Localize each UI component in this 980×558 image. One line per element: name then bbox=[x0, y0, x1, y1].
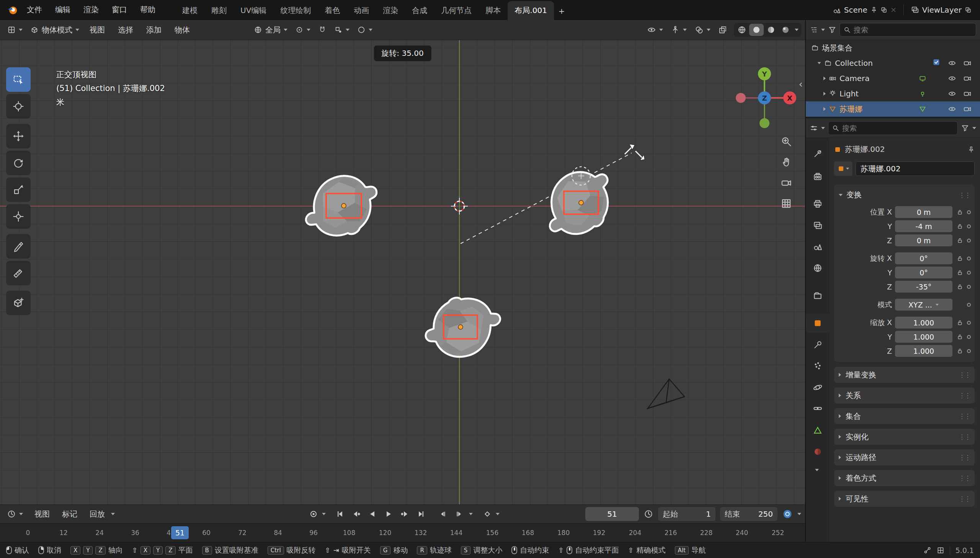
xray-toggle[interactable] bbox=[715, 23, 731, 37]
current-frame-field[interactable]: 51 bbox=[585, 507, 639, 521]
pan-hand-icon[interactable] bbox=[781, 156, 792, 168]
camera-view-icon[interactable] bbox=[781, 177, 792, 189]
network-icon[interactable] bbox=[924, 547, 931, 554]
scale-z-field[interactable]: 1.000 bbox=[895, 345, 952, 357]
expand-chevron-icon[interactable] bbox=[824, 77, 826, 80]
eye-icon[interactable] bbox=[948, 90, 956, 98]
tab-material-icon[interactable] bbox=[806, 442, 830, 461]
expand-chevron-icon[interactable] bbox=[818, 62, 821, 64]
prev-keyframe-button[interactable] bbox=[349, 507, 364, 521]
eye-icon[interactable] bbox=[948, 74, 956, 83]
tab-tool-icon[interactable] bbox=[806, 144, 830, 163]
play-button[interactable] bbox=[381, 507, 396, 521]
lock-icon[interactable] bbox=[955, 223, 964, 230]
tool-add-cube[interactable] bbox=[6, 290, 31, 315]
blender-logo-icon[interactable] bbox=[5, 4, 20, 16]
drag-grip-icon[interactable]: ⋮⋮ bbox=[959, 371, 970, 379]
tab-rendering[interactable]: 渲染 bbox=[376, 1, 405, 20]
tab-viewlayer-icon[interactable] bbox=[806, 216, 830, 235]
timeline-menu-playback[interactable]: 回放 bbox=[84, 507, 111, 522]
exclude-checkbox[interactable] bbox=[932, 59, 940, 68]
grid-status-icon[interactable] bbox=[937, 547, 944, 554]
menu-edit[interactable]: 编辑 bbox=[49, 2, 77, 17]
lock-icon[interactable] bbox=[955, 348, 964, 354]
chevron-down-icon[interactable] bbox=[322, 513, 326, 515]
next-keyframe-button[interactable] bbox=[397, 507, 412, 521]
frame-start-field[interactable]: 起始 1 bbox=[658, 507, 715, 521]
tool-measure[interactable] bbox=[6, 261, 31, 285]
viewport-canvas[interactable]: Y X Z bbox=[0, 40, 805, 504]
duplicate-icon[interactable] bbox=[881, 7, 887, 13]
frame-end-field[interactable]: 结束 250 bbox=[720, 507, 777, 521]
timeline-sync-icon[interactable] bbox=[782, 509, 793, 519]
menu-render[interactable]: 渲染 bbox=[77, 2, 105, 17]
animate-dot-icon[interactable] bbox=[967, 271, 971, 275]
chevron-down-icon[interactable] bbox=[821, 127, 825, 129]
drag-grip-icon[interactable]: ⋮⋮ bbox=[959, 454, 970, 461]
properties-search[interactable] bbox=[828, 121, 958, 135]
animate-dot-icon[interactable] bbox=[967, 349, 971, 353]
render-camera-icon[interactable] bbox=[963, 90, 972, 98]
eye-icon[interactable] bbox=[948, 105, 956, 113]
menu-object[interactable]: 物体 bbox=[168, 23, 196, 38]
lock-icon[interactable] bbox=[955, 209, 964, 215]
animate-dot-icon[interactable] bbox=[967, 210, 971, 214]
transform-panel-header[interactable]: 变换 ⋮⋮ bbox=[838, 187, 971, 204]
chevron-down-icon[interactable] bbox=[972, 127, 976, 129]
snap-toggle[interactable] bbox=[315, 23, 330, 36]
section-motion-paths[interactable]: 运动路径 ⋮⋮ bbox=[834, 450, 975, 465]
location-x-field[interactable]: 0 m bbox=[895, 206, 952, 218]
animate-dot-icon[interactable] bbox=[967, 239, 971, 243]
drag-grip-icon[interactable]: ⋮⋮ bbox=[959, 495, 970, 502]
timeline-editor-icon[interactable] bbox=[4, 509, 19, 519]
tab-animation[interactable]: 动画 bbox=[347, 1, 376, 20]
next-frame-button[interactable] bbox=[451, 507, 467, 521]
tab-compositing[interactable]: 合成 bbox=[405, 1, 434, 20]
rotation-z-field[interactable]: -35° bbox=[895, 281, 952, 292]
tool-annotate[interactable] bbox=[6, 234, 31, 259]
drag-grip-icon[interactable]: ⋮⋮ bbox=[959, 433, 970, 441]
timeline-ruler[interactable]: 0 12 24 36 48 60 72 84 96 108 120 132 14… bbox=[0, 523, 805, 542]
camera-data-icon[interactable] bbox=[919, 75, 926, 82]
navigation-gizmo[interactable]: Y X Z bbox=[736, 67, 796, 128]
tab-world-icon[interactable] bbox=[806, 259, 830, 278]
drag-grip-icon[interactable]: ⋮⋮ bbox=[959, 191, 970, 199]
location-z-field[interactable]: 0 m bbox=[895, 235, 952, 246]
tab-object-data-icon[interactable] bbox=[806, 421, 830, 440]
section-instancing[interactable]: 实例化 ⋮⋮ bbox=[834, 429, 975, 445]
expand-chevron-icon[interactable] bbox=[824, 92, 826, 95]
add-workspace-button[interactable]: + bbox=[554, 2, 570, 20]
lock-icon[interactable] bbox=[955, 237, 964, 244]
tab-render-icon[interactable] bbox=[806, 167, 830, 186]
jump-to-end-button[interactable] bbox=[413, 507, 428, 521]
shading-solid-button[interactable] bbox=[749, 24, 764, 36]
lock-icon[interactable] bbox=[955, 283, 964, 290]
menu-add[interactable]: 添加 bbox=[140, 23, 168, 38]
mesh-data-icon[interactable] bbox=[919, 105, 926, 113]
tool-scale[interactable] bbox=[6, 177, 31, 202]
render-camera-icon[interactable] bbox=[963, 105, 972, 113]
pin-icon[interactable] bbox=[968, 146, 975, 153]
tab-output-icon[interactable] bbox=[806, 194, 830, 213]
proportional-editing-toggle[interactable] bbox=[354, 23, 376, 36]
tab-modifiers-icon[interactable] bbox=[806, 335, 830, 354]
overlays-dropdown[interactable] bbox=[691, 23, 714, 37]
close-icon[interactable] bbox=[890, 7, 896, 13]
filter-icon[interactable] bbox=[828, 26, 837, 34]
section-shading[interactable]: 着色方式 ⋮⋮ bbox=[834, 470, 975, 486]
mode-dropdown[interactable]: 物体模式 bbox=[27, 23, 83, 38]
outliner-row-collection[interactable]: Collection bbox=[806, 56, 980, 71]
outliner-row-light[interactable]: Light bbox=[806, 86, 980, 101]
tab-collection-icon[interactable] bbox=[806, 286, 830, 305]
tab-scripting[interactable]: 脚本 bbox=[479, 1, 507, 20]
drag-grip-icon[interactable]: ⋮⋮ bbox=[959, 474, 970, 482]
menu-file[interactable]: 文件 bbox=[21, 2, 48, 17]
chevron-down-icon[interactable] bbox=[496, 513, 499, 515]
object-name-field[interactable]: 苏珊娜.002 bbox=[856, 161, 975, 176]
editor-type-button[interactable] bbox=[4, 23, 26, 36]
scale-x-field[interactable]: 1.000 bbox=[895, 317, 952, 328]
rotation-mode-dropdown[interactable]: XYZ ... bbox=[895, 299, 952, 310]
lock-icon[interactable] bbox=[955, 269, 964, 276]
rotation-x-field[interactable]: 0° bbox=[895, 253, 952, 264]
menu-view[interactable]: 视图 bbox=[84, 23, 111, 38]
